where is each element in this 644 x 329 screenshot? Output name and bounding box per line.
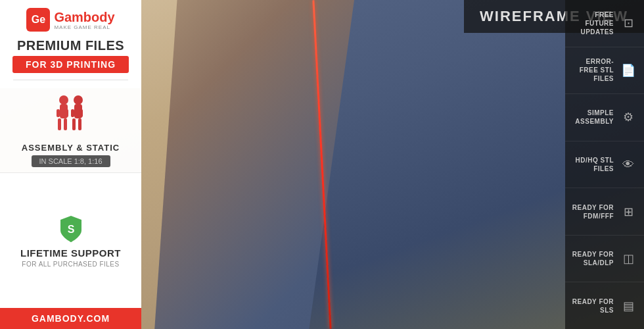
svg-rect-9: [78, 118, 81, 130]
feature-label-ready-fdm: READY FOR FDM/FFF: [570, 203, 614, 220]
logo-tagline: MAKE GAME REAL: [54, 24, 114, 30]
svg-rect-11: [80, 109, 83, 117]
gambody-logo-icon: Ge: [26, 8, 50, 32]
feature-label-ready-sla: READY FOR SLA/DLP: [570, 250, 614, 267]
premium-files-label: PREMIUM FILES: [17, 38, 124, 53]
svg-rect-8: [72, 118, 76, 130]
assembly-figure-svg: [55, 95, 87, 138]
feature-label-free-updates: FREE FUTURE UPDATES: [570, 11, 614, 36]
svg-rect-5: [65, 109, 68, 117]
gambody-footer-url: GAMBODY.COM: [0, 308, 141, 329]
svg-rect-4: [57, 109, 60, 117]
scale-badge: IN SCALE 1:8, 1:16: [32, 155, 110, 167]
logo-name-part1: Gam: [54, 10, 83, 24]
feature-item-simple-assembly: SIMPLE ASSEMBLY⚙: [565, 94, 644, 141]
svg-rect-3: [64, 118, 67, 130]
feature-icon-ready-sla: ◫: [619, 249, 637, 268]
svg-rect-2: [58, 118, 61, 130]
logo-area: Ge Gambody MAKE GAME REAL: [26, 8, 114, 32]
right-features-panel: FREE FUTURE UPDATES⊡ERROR-FREE STL FILES…: [565, 0, 644, 329]
shield-icon: S: [57, 215, 85, 243]
feature-icon-error-free-stl: 📄: [619, 61, 637, 80]
svg-rect-10: [71, 109, 74, 117]
feature-icon-ready-sls: ▤: [619, 297, 637, 315]
divider-1: [13, 80, 129, 80]
feature-icon-free-updates: ⊡: [619, 14, 637, 32]
for-3d-printing-badge: FOR 3D PRINTING: [12, 56, 129, 73]
feature-icon-hd-hq-stl: 👁: [619, 155, 637, 174]
feature-label-simple-assembly: SIMPLE ASSEMBLY: [570, 109, 614, 126]
feature-item-free-updates: FREE FUTURE UPDATES⊡: [565, 0, 644, 47]
lifetime-support-title: LIFETIME SUPPORT: [20, 247, 121, 259]
feature-item-ready-sls: READY FOR SLS▤: [565, 282, 644, 329]
panel-header: Ge Gambody MAKE GAME REAL PREMIUM FILES …: [0, 0, 141, 88]
lifetime-section: S LIFETIME SUPPORT FOR ALL PURCHASED FIL…: [0, 172, 141, 308]
feature-item-ready-sla: READY FOR SLA/DLP◫: [565, 236, 644, 283]
feature-label-hd-hq-stl: HD/HQ STL FILES: [570, 156, 614, 173]
svg-point-6: [74, 95, 83, 105]
feature-label-ready-sls: READY FOR SLS: [570, 297, 614, 315]
logo-name: Gambody: [54, 10, 114, 24]
feature-item-hd-hq-stl: HD/HQ STL FILES👁: [565, 141, 644, 189]
feature-item-ready-fdm: READY FOR FDM/FFF⊞: [565, 188, 644, 236]
svg-point-0: [59, 95, 68, 105]
assembly-figure: [55, 95, 87, 138]
figures-area: [48, 88, 94, 141]
feature-icon-simple-assembly: ⚙: [619, 108, 637, 126]
feature-label-error-free-stl: ERROR-FREE STL FILES: [570, 57, 614, 83]
feature-icon-ready-fdm: ⊞: [619, 203, 637, 221]
lifetime-support-subtitle: FOR ALL PURCHASED FILES: [22, 261, 119, 268]
assembly-static-label: ASSEMBLY & STATIC: [22, 143, 120, 153]
feature-item-error-free-stl: ERROR-FREE STL FILES📄: [565, 47, 644, 95]
logo-name-part2: body: [83, 10, 115, 24]
left-info-panel: Ge Gambody MAKE GAME REAL PREMIUM FILES …: [0, 0, 141, 329]
svg-text:S: S: [67, 224, 74, 235]
logo-text: Gambody MAKE GAME REAL: [54, 10, 114, 30]
